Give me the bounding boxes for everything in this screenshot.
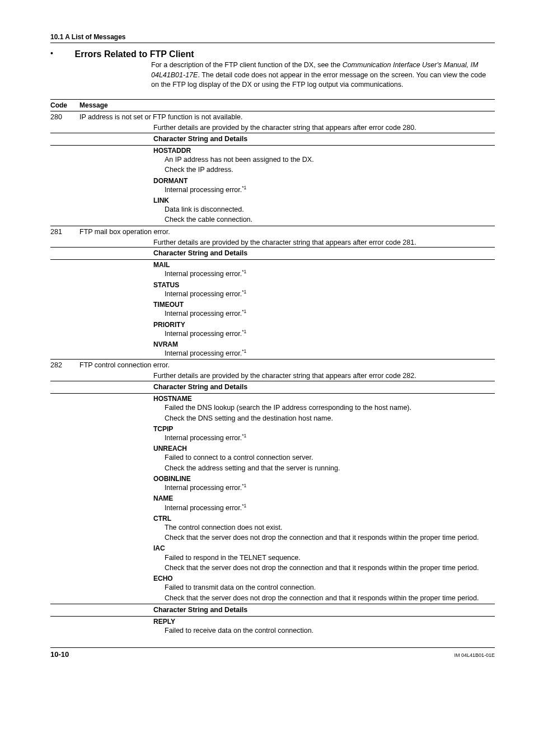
csd-header: Character String and Details: [79, 604, 495, 616]
detail-key: NAME: [79, 493, 495, 503]
error-message: IP address is not set or FTP function is…: [79, 111, 495, 122]
detail-line: Internal processing error.*1: [79, 185, 495, 195]
col-header-code: Code: [50, 100, 79, 111]
detail-line: Failed to respond in the TELNET sequence…: [79, 553, 495, 563]
detail-line: Check the DNS setting and the destinatio…: [79, 414, 495, 424]
error-note: Further details are provided by the char…: [79, 237, 495, 248]
error-table: Code Message 280IP address is not set or…: [50, 99, 495, 636]
doc-id: IM 04L41B01-01E: [454, 652, 495, 659]
detail-key: UNREACH: [79, 444, 495, 453]
detail-line: Internal processing error.*1: [79, 329, 495, 339]
detail-key: STATUS: [79, 280, 495, 290]
section-title: Errors Related to FTP Client: [74, 49, 194, 59]
detail-line: Check the IP address.: [79, 165, 495, 175]
detail-key: TIMEOUT: [79, 300, 495, 309]
detail-line: An IP address has not been assigned to t…: [79, 155, 495, 165]
detail-line: Failed the DNS lookup (search the IP add…: [79, 403, 495, 413]
detail-line: Internal processing error.*1: [79, 309, 495, 319]
detail-line: Internal processing error.*1: [79, 433, 495, 444]
detail-key: NVRAM: [79, 339, 495, 349]
col-header-message: Message: [79, 100, 495, 111]
detail-line: Failed to receive data on the control co…: [79, 626, 495, 636]
page-footer: 10-10 IM 04L41B01-01E: [50, 647, 495, 660]
error-message: FTP mail box operation error.: [79, 226, 495, 236]
bullet-icon: •: [50, 48, 73, 59]
csd-header: Character String and Details: [79, 133, 495, 145]
detail-key: CTRL: [79, 514, 495, 523]
detail-line: Data link is disconnected.: [79, 205, 495, 215]
detail-key: MAIL: [79, 260, 495, 270]
detail-key: TCPIP: [79, 424, 495, 433]
detail-key: IAC: [79, 543, 495, 553]
detail-line: The control connection does not exist.: [79, 523, 495, 533]
detail-line: Check that the server does not drop the …: [79, 563, 495, 573]
detail-line: Internal processing error.*1: [79, 269, 495, 279]
detail-key: REPLY: [79, 616, 495, 626]
detail-line: Check that the server does not drop the …: [79, 594, 495, 604]
detail-line: Check the cable connection.: [79, 215, 495, 226]
error-note: Further details are provided by the char…: [79, 370, 495, 381]
section-heading: • Errors Related to FTP Client: [50, 48, 495, 60]
detail-key: LINK: [79, 195, 495, 205]
detail-line: Check that the server does not drop the …: [79, 533, 495, 543]
page-header: 10.1 A List of Messages: [50, 32, 495, 43]
detail-key: OOBINLINE: [79, 474, 495, 483]
detail-line: Failed to transmit data on the control c…: [79, 583, 495, 593]
csd-header: Character String and Details: [79, 381, 495, 394]
detail-line: Failed to connect to a control connectio…: [79, 453, 495, 463]
error-note: Further details are provided by the char…: [79, 122, 495, 133]
detail-line: Check the address setting and that the s…: [79, 464, 495, 474]
error-code: 280: [50, 111, 79, 122]
error-code: 282: [50, 360, 79, 370]
detail-key: DORMANT: [79, 176, 495, 185]
detail-key: HOSTADDR: [79, 145, 495, 155]
detail-line: Internal processing error.*1: [79, 483, 495, 493]
error-message: FTP control connection error.: [79, 360, 495, 370]
page-number: 10-10: [50, 650, 69, 660]
csd-header: Character String and Details: [79, 248, 495, 260]
error-code: 281: [50, 226, 79, 236]
detail-line: Internal processing error.*1: [79, 503, 495, 514]
section-intro: For a description of the FTP client func…: [151, 60, 495, 90]
detail-key: PRIORITY: [79, 320, 495, 329]
detail-line: Internal processing error.*1: [79, 290, 495, 300]
detail-key: ECHO: [79, 573, 495, 583]
detail-line: Internal processing error.*1: [79, 349, 495, 360]
detail-key: HOSTNAME: [79, 394, 495, 404]
